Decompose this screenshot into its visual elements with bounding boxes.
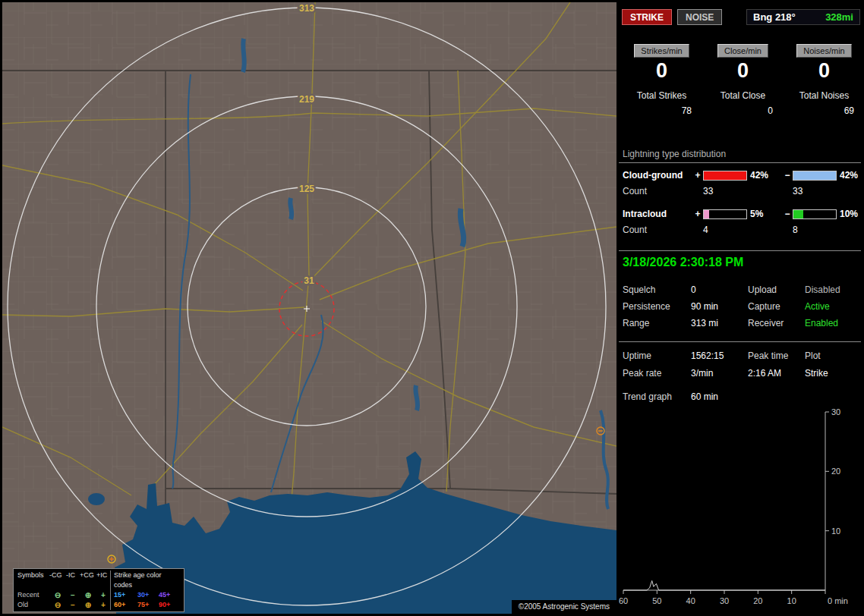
legend-header-pos-ic: +IC bbox=[96, 570, 110, 590]
divider bbox=[619, 250, 861, 251]
intracloud-row: Intracloud + 5% − 10% bbox=[619, 209, 861, 219]
map-canvas: 313 219 125 31 bbox=[2, 2, 616, 614]
control-panel: STRIKE NOISE Bng 218° 328mi Strikes/min … bbox=[619, 0, 864, 616]
cg-minus-bar bbox=[793, 171, 837, 181]
minus-sign: − bbox=[782, 209, 793, 219]
persistence-label: Persistence bbox=[623, 301, 691, 312]
bearing-value: Bng 218° bbox=[753, 11, 796, 23]
trend-graph-label: Trend graph bbox=[623, 391, 691, 402]
squelch-value: 0 bbox=[691, 284, 748, 295]
svg-text:30: 30 bbox=[831, 407, 840, 416]
map[interactable]: 313 219 125 31 Symbols -CG -IC +CG +IC S… bbox=[2, 2, 616, 614]
strike-mode-button[interactable]: STRIKE bbox=[622, 9, 672, 25]
plus-icon: + bbox=[96, 600, 110, 610]
total-noises-value: 69 bbox=[844, 105, 864, 116]
intracloud-label: Intracloud bbox=[623, 209, 692, 219]
uptime-label: Uptime bbox=[623, 350, 691, 361]
total-strikes-label: Total Strikes bbox=[637, 90, 686, 101]
range-ring-label-313: 313 bbox=[299, 3, 314, 14]
circle-minus-icon: ⊖ bbox=[49, 590, 66, 600]
trend-graph-setting: Trend graph 60 min bbox=[623, 391, 861, 402]
lightning-type-distribution: Lightning type distribution Cloud-ground… bbox=[619, 149, 861, 235]
cloud-ground-label: Cloud-ground bbox=[623, 170, 692, 181]
legend-symbols-title: Symbols bbox=[17, 570, 49, 590]
copyright-notice: ©2005 Astrogenic Systems bbox=[512, 600, 616, 614]
total-noises-label: Total Noises bbox=[799, 90, 849, 101]
receiver-status: Squelch 0 Upload Disabled Persistence 90… bbox=[623, 284, 861, 328]
ic-plus-bar-fill bbox=[704, 210, 709, 218]
minus-icon: − bbox=[66, 600, 80, 610]
capture-label: Capture bbox=[748, 301, 805, 312]
ic-minus-bar bbox=[793, 209, 837, 219]
peak-time-label: Peak time bbox=[748, 350, 805, 361]
current-datetime: 3/18/2026 2:30:18 PM bbox=[623, 256, 743, 269]
minus-sign: − bbox=[782, 170, 793, 181]
ic-count-label: Count bbox=[623, 225, 692, 235]
peak-rate-label: Peak rate bbox=[623, 368, 691, 379]
svg-text:0 min: 0 min bbox=[828, 596, 848, 605]
noises-per-min-value: 0 bbox=[818, 59, 830, 83]
total-close-label: Total Close bbox=[721, 90, 765, 101]
close-per-min-button[interactable]: Close/min bbox=[717, 44, 768, 58]
distribution-title: Lightning type distribution bbox=[619, 149, 861, 163]
plus-sign: + bbox=[692, 170, 703, 181]
bearing-range-value: 328mi bbox=[825, 11, 853, 23]
lightning-detector-app: 313 219 125 31 Symbols -CG -IC +CG +IC S… bbox=[0, 0, 864, 616]
svg-text:20: 20 bbox=[753, 596, 762, 605]
noise-mode-button[interactable]: NOISE bbox=[677, 9, 722, 25]
legend-row-old-label: Old bbox=[17, 600, 49, 610]
cg-minus-count: 33 bbox=[793, 186, 837, 196]
circle-minus-icon: ⊖ bbox=[49, 600, 66, 610]
intracloud-count-row: Count 4 8 bbox=[619, 225, 861, 235]
cg-plus-count: 33 bbox=[703, 186, 747, 196]
rate-counters: Strikes/min 0 Total Strikes 78 Close/min… bbox=[621, 44, 864, 116]
range-ring-label-125: 125 bbox=[299, 184, 314, 194]
strikes-per-min-value: 0 bbox=[656, 59, 667, 83]
capture-value: Active bbox=[805, 301, 861, 312]
cloud-ground-count-row: Count 33 33 bbox=[619, 186, 861, 196]
cg-count-label: Count bbox=[623, 186, 692, 196]
upload-value: Disabled bbox=[805, 284, 861, 295]
trend-graph: 1020306050403020100 min bbox=[619, 404, 864, 616]
legend-header-neg-ic: -IC bbox=[66, 570, 80, 590]
strike-legend: Symbols -CG -IC +CG +IC Strike age color… bbox=[13, 568, 184, 612]
cloud-ground-row: Cloud-ground + 42% − 42% bbox=[619, 170, 861, 181]
legend-header-pos-cg: +CG bbox=[80, 570, 96, 590]
cg-plus-bar bbox=[703, 171, 747, 181]
age-code-75: 75+ bbox=[137, 600, 159, 610]
range-value: 313 mi bbox=[691, 318, 748, 328]
svg-text:20: 20 bbox=[831, 467, 840, 476]
svg-text:50: 50 bbox=[652, 596, 661, 605]
svg-text:60: 60 bbox=[619, 596, 628, 605]
svg-text:30: 30 bbox=[720, 596, 729, 605]
divider bbox=[619, 341, 861, 342]
legend-header-neg-cg: -CG bbox=[49, 570, 66, 590]
ic-plus-bar bbox=[703, 209, 747, 219]
plus-sign: + bbox=[692, 209, 703, 219]
peak-rate-value: 3/min bbox=[691, 368, 748, 379]
bearing-display: Bng 218° 328mi bbox=[746, 9, 860, 25]
cg-plus-bar-fill bbox=[704, 171, 746, 180]
plot-value: Strike bbox=[805, 368, 861, 379]
minus-icon: − bbox=[66, 590, 80, 600]
close-per-min-value: 0 bbox=[737, 59, 749, 83]
noises-per-min-button[interactable]: Noises/min bbox=[796, 44, 851, 58]
legend-row-recent-label: Recent bbox=[17, 590, 49, 600]
age-code-30: 30+ bbox=[137, 590, 159, 600]
svg-text:40: 40 bbox=[686, 596, 695, 605]
cg-minus-percent: 42% bbox=[837, 170, 864, 181]
noises-counter-column: Noises/min 0 Total Noises 69 bbox=[784, 44, 864, 116]
ic-plus-percent: 5% bbox=[747, 209, 782, 219]
ic-minus-percent: 10% bbox=[837, 209, 864, 219]
range-ring-label-219: 219 bbox=[299, 94, 314, 105]
persistence-value: 90 min bbox=[691, 301, 748, 312]
ic-minus-count: 8 bbox=[793, 225, 837, 235]
svg-text:10: 10 bbox=[787, 596, 796, 605]
receiver-value: Enabled bbox=[805, 318, 861, 328]
mode-toolbar: STRIKE NOISE Bng 218° 328mi bbox=[622, 9, 860, 25]
receiver-label: Receiver bbox=[748, 318, 805, 328]
total-strikes-value: 78 bbox=[682, 105, 702, 116]
total-close-value: 0 bbox=[768, 105, 784, 116]
strikes-per-min-button[interactable]: Strikes/min bbox=[634, 44, 689, 58]
session-stats: Uptime 1562:15 Peak time Plot Peak rate … bbox=[623, 350, 861, 379]
